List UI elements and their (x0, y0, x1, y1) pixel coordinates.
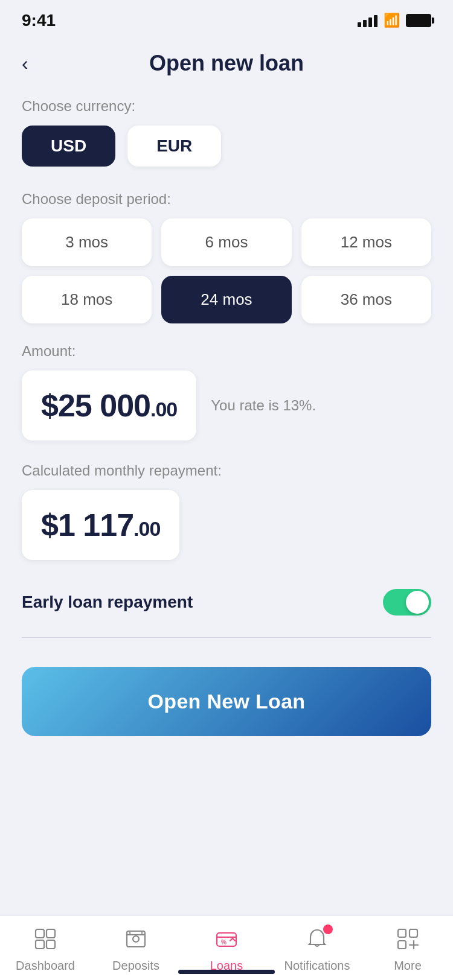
svg-rect-13 (398, 941, 406, 949)
battery-icon (406, 14, 431, 27)
svg-point-5 (133, 936, 139, 942)
nav-label-dashboard: Dashboard (16, 959, 75, 973)
notification-badge (323, 924, 333, 934)
nav-label-deposits: Deposits (112, 959, 159, 973)
amount-label: Amount: (22, 343, 431, 360)
repayment-label: Calculated monthly repayment: (22, 462, 431, 479)
amount-box: $25 000.00 (22, 371, 196, 441)
more-icon (396, 927, 420, 954)
early-repayment-label: Early loan repayment (22, 593, 193, 612)
deposits-icon (124, 927, 148, 954)
nav-item-loans[interactable]: % Loans (181, 927, 272, 973)
currency-group: USD EUR (22, 126, 431, 167)
early-repayment-toggle[interactable] (383, 589, 431, 616)
period-18mos-button[interactable]: 18 mos (22, 276, 152, 323)
amount-value: $25 000.00 (41, 388, 177, 423)
svg-rect-3 (47, 940, 55, 949)
status-bar: 9:41 📶 (0, 0, 453, 36)
repayment-box: $1 117.00 (22, 490, 179, 560)
svg-point-7 (129, 932, 131, 934)
toggle-knob (406, 591, 429, 614)
back-button[interactable]: ‹ (22, 54, 28, 73)
nav-item-deposits[interactable]: Deposits (91, 927, 181, 973)
svg-rect-2 (47, 929, 55, 938)
open-loan-button[interactable]: Open New Loan (22, 667, 431, 736)
main-content: Choose currency: USD EUR Choose deposit … (0, 88, 453, 756)
divider (22, 637, 431, 638)
repayment-value: $1 117.00 (41, 508, 160, 542)
amount-row: $25 000.00 You rate is 13%. (22, 371, 431, 441)
currency-eur-button[interactable]: EUR (127, 126, 221, 167)
period-3mos-button[interactable]: 3 mos (22, 218, 152, 266)
svg-rect-1 (36, 940, 44, 949)
notifications-icon (305, 927, 329, 954)
page-title: Open new loan (149, 51, 304, 76)
period-24mos-button[interactable]: 24 mos (161, 276, 291, 323)
svg-point-8 (141, 932, 143, 934)
currency-label: Choose currency: (22, 98, 431, 115)
svg-rect-11 (398, 929, 406, 937)
nav-label-notifications: Notifications (284, 959, 350, 973)
status-icons: 📶 (358, 13, 431, 28)
period-group: 3 mos 6 mos 12 mos 18 mos 24 mos 36 mos (22, 218, 431, 323)
period-6mos-button[interactable]: 6 mos (161, 218, 291, 266)
nav-item-notifications[interactable]: Notifications (272, 927, 362, 973)
period-label: Choose deposit period: (22, 191, 431, 208)
nav-item-dashboard[interactable]: Dashboard (0, 927, 91, 973)
home-indicator (178, 970, 275, 974)
early-repayment-row: Early loan repayment (22, 584, 431, 632)
dashboard-icon (33, 927, 57, 954)
rate-text: You rate is 13%. (211, 397, 431, 414)
svg-text:%: % (221, 939, 226, 946)
period-36mos-button[interactable]: 36 mos (301, 276, 431, 323)
wifi-icon: 📶 (384, 13, 400, 28)
header: ‹ Open new loan (0, 36, 453, 88)
nav-item-more[interactable]: More (362, 927, 453, 973)
svg-rect-0 (36, 929, 44, 938)
status-time: 9:41 (22, 11, 56, 30)
svg-rect-12 (410, 929, 417, 937)
loans-icon: % (214, 927, 239, 954)
currency-usd-button[interactable]: USD (22, 126, 115, 167)
signal-icon (358, 14, 378, 27)
period-12mos-button[interactable]: 12 mos (301, 218, 431, 266)
nav-label-more: More (394, 959, 422, 973)
